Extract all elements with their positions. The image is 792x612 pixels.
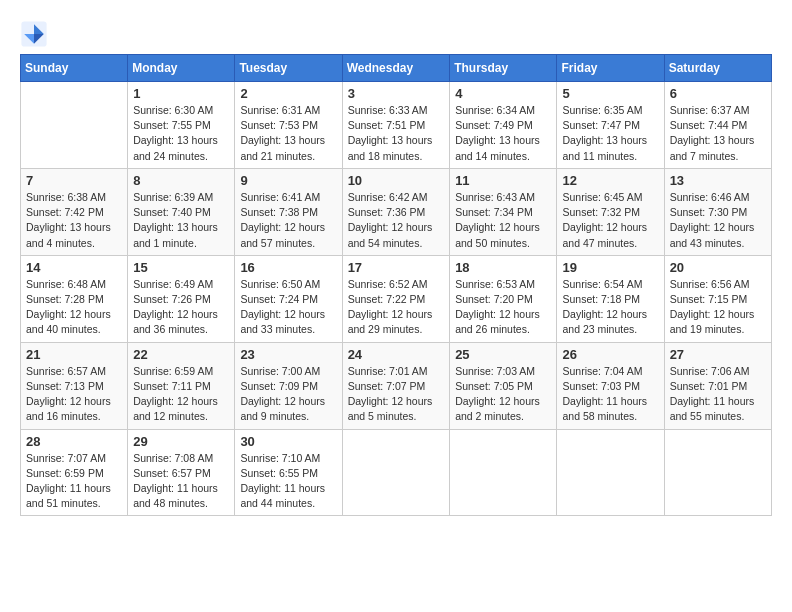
day-number: 18 xyxy=(455,260,551,275)
calendar-body: 1Sunrise: 6:30 AM Sunset: 7:55 PM Daylig… xyxy=(21,82,772,516)
day-number: 24 xyxy=(348,347,445,362)
week-row-0: 1Sunrise: 6:30 AM Sunset: 7:55 PM Daylig… xyxy=(21,82,772,169)
calendar-cell: 14Sunrise: 6:48 AM Sunset: 7:28 PM Dayli… xyxy=(21,255,128,342)
calendar-cell: 30Sunrise: 7:10 AM Sunset: 6:55 PM Dayli… xyxy=(235,429,342,516)
calendar-cell: 17Sunrise: 6:52 AM Sunset: 7:22 PM Dayli… xyxy=(342,255,450,342)
day-number: 15 xyxy=(133,260,229,275)
day-number: 4 xyxy=(455,86,551,101)
calendar-cell: 22Sunrise: 6:59 AM Sunset: 7:11 PM Dayli… xyxy=(128,342,235,429)
day-number: 6 xyxy=(670,86,766,101)
calendar-cell: 7Sunrise: 6:38 AM Sunset: 7:42 PM Daylig… xyxy=(21,168,128,255)
calendar-cell xyxy=(557,429,664,516)
calendar-cell: 13Sunrise: 6:46 AM Sunset: 7:30 PM Dayli… xyxy=(664,168,771,255)
calendar-cell: 16Sunrise: 6:50 AM Sunset: 7:24 PM Dayli… xyxy=(235,255,342,342)
day-number: 26 xyxy=(562,347,658,362)
day-info: Sunrise: 7:07 AM Sunset: 6:59 PM Dayligh… xyxy=(26,451,122,512)
calendar-cell: 4Sunrise: 6:34 AM Sunset: 7:49 PM Daylig… xyxy=(450,82,557,169)
day-number: 11 xyxy=(455,173,551,188)
day-number: 8 xyxy=(133,173,229,188)
calendar-cell: 23Sunrise: 7:00 AM Sunset: 7:09 PM Dayli… xyxy=(235,342,342,429)
calendar-cell: 12Sunrise: 6:45 AM Sunset: 7:32 PM Dayli… xyxy=(557,168,664,255)
calendar-cell xyxy=(664,429,771,516)
calendar-cell: 15Sunrise: 6:49 AM Sunset: 7:26 PM Dayli… xyxy=(128,255,235,342)
calendar-cell: 9Sunrise: 6:41 AM Sunset: 7:38 PM Daylig… xyxy=(235,168,342,255)
header-day-tuesday: Tuesday xyxy=(235,55,342,82)
day-info: Sunrise: 7:00 AM Sunset: 7:09 PM Dayligh… xyxy=(240,364,336,425)
day-info: Sunrise: 6:52 AM Sunset: 7:22 PM Dayligh… xyxy=(348,277,445,338)
day-info: Sunrise: 6:49 AM Sunset: 7:26 PM Dayligh… xyxy=(133,277,229,338)
calendar-cell: 3Sunrise: 6:33 AM Sunset: 7:51 PM Daylig… xyxy=(342,82,450,169)
logo xyxy=(20,20,50,48)
day-info: Sunrise: 6:59 AM Sunset: 7:11 PM Dayligh… xyxy=(133,364,229,425)
day-number: 2 xyxy=(240,86,336,101)
day-info: Sunrise: 7:10 AM Sunset: 6:55 PM Dayligh… xyxy=(240,451,336,512)
calendar-cell: 24Sunrise: 7:01 AM Sunset: 7:07 PM Dayli… xyxy=(342,342,450,429)
day-info: Sunrise: 6:33 AM Sunset: 7:51 PM Dayligh… xyxy=(348,103,445,164)
day-number: 27 xyxy=(670,347,766,362)
day-number: 22 xyxy=(133,347,229,362)
day-number: 10 xyxy=(348,173,445,188)
day-number: 13 xyxy=(670,173,766,188)
week-row-1: 7Sunrise: 6:38 AM Sunset: 7:42 PM Daylig… xyxy=(21,168,772,255)
day-number: 30 xyxy=(240,434,336,449)
calendar-cell: 2Sunrise: 6:31 AM Sunset: 7:53 PM Daylig… xyxy=(235,82,342,169)
day-info: Sunrise: 6:50 AM Sunset: 7:24 PM Dayligh… xyxy=(240,277,336,338)
calendar-cell: 10Sunrise: 6:42 AM Sunset: 7:36 PM Dayli… xyxy=(342,168,450,255)
day-info: Sunrise: 7:06 AM Sunset: 7:01 PM Dayligh… xyxy=(670,364,766,425)
week-row-4: 28Sunrise: 7:07 AM Sunset: 6:59 PM Dayli… xyxy=(21,429,772,516)
week-row-3: 21Sunrise: 6:57 AM Sunset: 7:13 PM Dayli… xyxy=(21,342,772,429)
day-info: Sunrise: 6:30 AM Sunset: 7:55 PM Dayligh… xyxy=(133,103,229,164)
day-info: Sunrise: 6:42 AM Sunset: 7:36 PM Dayligh… xyxy=(348,190,445,251)
day-info: Sunrise: 7:01 AM Sunset: 7:07 PM Dayligh… xyxy=(348,364,445,425)
calendar-cell: 1Sunrise: 6:30 AM Sunset: 7:55 PM Daylig… xyxy=(128,82,235,169)
day-info: Sunrise: 6:39 AM Sunset: 7:40 PM Dayligh… xyxy=(133,190,229,251)
day-number: 21 xyxy=(26,347,122,362)
day-number: 16 xyxy=(240,260,336,275)
calendar-cell xyxy=(450,429,557,516)
day-info: Sunrise: 6:45 AM Sunset: 7:32 PM Dayligh… xyxy=(562,190,658,251)
calendar-cell: 18Sunrise: 6:53 AM Sunset: 7:20 PM Dayli… xyxy=(450,255,557,342)
page-header xyxy=(20,16,772,48)
day-info: Sunrise: 7:03 AM Sunset: 7:05 PM Dayligh… xyxy=(455,364,551,425)
day-info: Sunrise: 6:37 AM Sunset: 7:44 PM Dayligh… xyxy=(670,103,766,164)
day-info: Sunrise: 6:41 AM Sunset: 7:38 PM Dayligh… xyxy=(240,190,336,251)
calendar-cell: 11Sunrise: 6:43 AM Sunset: 7:34 PM Dayli… xyxy=(450,168,557,255)
day-number: 20 xyxy=(670,260,766,275)
calendar-cell: 19Sunrise: 6:54 AM Sunset: 7:18 PM Dayli… xyxy=(557,255,664,342)
day-info: Sunrise: 6:57 AM Sunset: 7:13 PM Dayligh… xyxy=(26,364,122,425)
day-number: 7 xyxy=(26,173,122,188)
day-info: Sunrise: 7:08 AM Sunset: 6:57 PM Dayligh… xyxy=(133,451,229,512)
day-info: Sunrise: 7:04 AM Sunset: 7:03 PM Dayligh… xyxy=(562,364,658,425)
day-info: Sunrise: 6:34 AM Sunset: 7:49 PM Dayligh… xyxy=(455,103,551,164)
header-day-saturday: Saturday xyxy=(664,55,771,82)
day-info: Sunrise: 6:38 AM Sunset: 7:42 PM Dayligh… xyxy=(26,190,122,251)
day-info: Sunrise: 6:56 AM Sunset: 7:15 PM Dayligh… xyxy=(670,277,766,338)
day-number: 1 xyxy=(133,86,229,101)
day-info: Sunrise: 6:43 AM Sunset: 7:34 PM Dayligh… xyxy=(455,190,551,251)
day-info: Sunrise: 6:53 AM Sunset: 7:20 PM Dayligh… xyxy=(455,277,551,338)
calendar-cell xyxy=(21,82,128,169)
calendar-cell xyxy=(342,429,450,516)
week-row-2: 14Sunrise: 6:48 AM Sunset: 7:28 PM Dayli… xyxy=(21,255,772,342)
header-day-friday: Friday xyxy=(557,55,664,82)
day-number: 14 xyxy=(26,260,122,275)
calendar-cell: 25Sunrise: 7:03 AM Sunset: 7:05 PM Dayli… xyxy=(450,342,557,429)
calendar-cell: 26Sunrise: 7:04 AM Sunset: 7:03 PM Dayli… xyxy=(557,342,664,429)
header-day-monday: Monday xyxy=(128,55,235,82)
day-info: Sunrise: 6:46 AM Sunset: 7:30 PM Dayligh… xyxy=(670,190,766,251)
calendar-cell: 29Sunrise: 7:08 AM Sunset: 6:57 PM Dayli… xyxy=(128,429,235,516)
day-info: Sunrise: 6:31 AM Sunset: 7:53 PM Dayligh… xyxy=(240,103,336,164)
day-number: 23 xyxy=(240,347,336,362)
calendar-header: SundayMondayTuesdayWednesdayThursdayFrid… xyxy=(21,55,772,82)
calendar-cell: 21Sunrise: 6:57 AM Sunset: 7:13 PM Dayli… xyxy=(21,342,128,429)
header-day-thursday: Thursday xyxy=(450,55,557,82)
day-number: 29 xyxy=(133,434,229,449)
day-number: 25 xyxy=(455,347,551,362)
calendar-cell: 8Sunrise: 6:39 AM Sunset: 7:40 PM Daylig… xyxy=(128,168,235,255)
header-row: SundayMondayTuesdayWednesdayThursdayFrid… xyxy=(21,55,772,82)
day-number: 12 xyxy=(562,173,658,188)
day-info: Sunrise: 6:54 AM Sunset: 7:18 PM Dayligh… xyxy=(562,277,658,338)
day-number: 19 xyxy=(562,260,658,275)
header-day-sunday: Sunday xyxy=(21,55,128,82)
calendar-cell: 28Sunrise: 7:07 AM Sunset: 6:59 PM Dayli… xyxy=(21,429,128,516)
